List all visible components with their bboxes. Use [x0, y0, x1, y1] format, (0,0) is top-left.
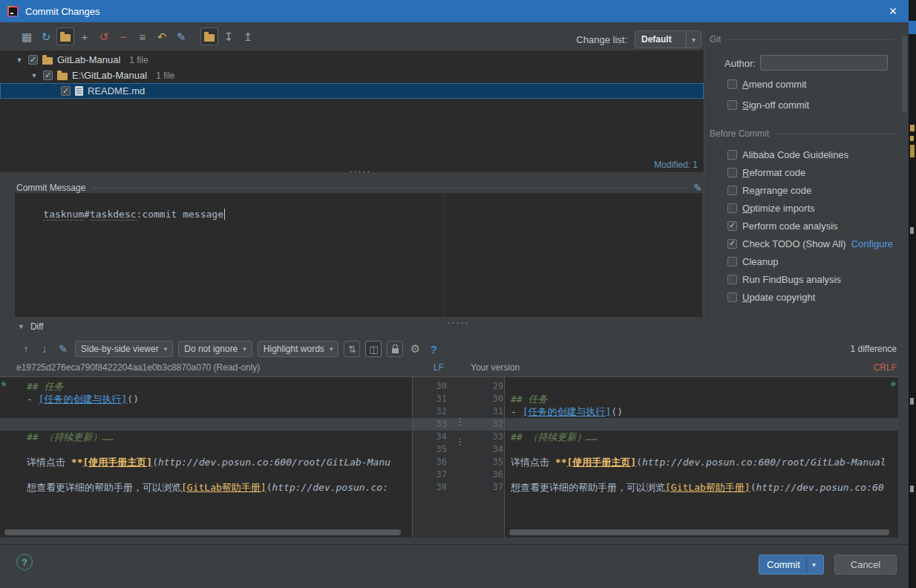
split-view-toggle[interactable]: ◫	[365, 341, 382, 357]
line-number: 37	[413, 468, 447, 481]
checkbox[interactable]: ✓	[43, 71, 53, 80]
option-optimize-imports[interactable]: Optimize imports	[727, 202, 815, 214]
fold-marker-icon[interactable]: ⋮	[455, 437, 465, 446]
diff-line: ## 任务	[511, 393, 547, 405]
option-label: Cleanup	[742, 256, 778, 267]
add-button[interactable]: +	[76, 27, 94, 45]
option-signoff-commit[interactable]: Sign-off commit	[727, 99, 809, 111]
chevron-down-icon[interactable]: ▾	[806, 555, 816, 574]
checkbox[interactable]	[727, 79, 737, 89]
option-amend-commit[interactable]: Amend commit	[727, 78, 807, 90]
configure-link[interactable]: Configure	[851, 238, 893, 249]
changelist-dropdown[interactable]: Default ▾	[635, 30, 701, 48]
expand-arrow-icon[interactable]: ▼	[15, 56, 24, 64]
diff-line: ()	[611, 406, 623, 417]
show-unversioned-files-button[interactable]	[56, 27, 74, 45]
checkbox[interactable]	[727, 203, 737, 213]
diff-toolbar: ↑ ↓ ✎ Side-by-side viewer ▾ Do not ignor…	[0, 339, 909, 359]
collapse-all-button[interactable]: ↥	[239, 27, 257, 45]
checkbox[interactable]	[727, 293, 737, 302]
splitter-handle[interactable]: ·····	[447, 319, 469, 325]
right-line-ending[interactable]: CRLF	[874, 362, 897, 373]
refresh-button[interactable]: ↻	[37, 27, 55, 45]
tree-row-file-selected[interactable]: ✓ README.md	[0, 83, 704, 99]
checkbox[interactable]	[727, 100, 737, 110]
option-perform-code-analysis[interactable]: ✓ Perform code analysis	[727, 220, 838, 232]
author-field[interactable]	[760, 55, 888, 71]
commit-button[interactable]: Commit ▾	[759, 555, 824, 575]
checkbox[interactable]: ✓	[28, 55, 38, 65]
commit-message-input[interactable]: tasknum#taskdesc:commit message	[15, 193, 702, 317]
edit-source-icon: ✎	[177, 31, 186, 42]
expand-arrow-icon[interactable]: ▼	[30, 72, 39, 79]
folder-icon	[42, 57, 53, 65]
commit-message-text: taskdesc	[90, 209, 137, 220]
edit-source-button[interactable]: ✎	[172, 27, 190, 45]
show-details-button[interactable]: ≡	[134, 27, 151, 45]
collapse-arrow-icon[interactable]: ▼	[18, 323, 24, 330]
help-button[interactable]: ?	[16, 554, 33, 570]
checkbox[interactable]	[727, 257, 737, 267]
cancel-button[interactable]: Cancel	[834, 555, 897, 575]
option-label: pdate copyright	[749, 292, 815, 303]
close-icon[interactable]: ×	[885, 4, 901, 18]
viewer-dropdown[interactable]: Side-by-side viewer ▾	[75, 341, 173, 357]
tree-row-directory[interactable]: ▼ ✓ E:\GitLab-Manual 1 file	[0, 68, 704, 83]
revert-button[interactable]: ↺	[95, 27, 113, 45]
next-difference-icon[interactable]: ↓	[38, 343, 51, 355]
delete-button[interactable]: −	[114, 27, 132, 45]
checkbox[interactable]	[727, 186, 737, 195]
message-history-icon[interactable]: ✎	[693, 182, 702, 194]
checkbox-checked[interactable]: ✓	[727, 239, 737, 249]
line-number: 37	[469, 481, 503, 494]
diff-line: -	[27, 393, 39, 405]
refresh-icon: ↻	[42, 31, 51, 42]
option-update-copyright[interactable]: Update copyright	[727, 291, 815, 303]
splitter-handle[interactable]: ·····	[349, 168, 371, 174]
group-by-directory-button[interactable]	[200, 27, 218, 45]
left-revision-title: e19725d276eca790f8422204aa1e0b3c8870a070…	[16, 362, 260, 373]
settings-gear-icon[interactable]: ⚙	[408, 342, 422, 356]
checkbox[interactable]	[727, 168, 737, 177]
git-section-header: Git	[710, 34, 894, 45]
option-check-todo[interactable]: ✓ Check TODO (Show All) Configure	[727, 238, 893, 249]
panel-scrollbar[interactable]	[902, 36, 907, 113]
diff-section-header[interactable]: ▼ Diff	[18, 321, 44, 332]
previous-difference-icon[interactable]: ↑	[19, 343, 33, 355]
tree-row-changelist[interactable]: ▼ ✓ GitLab-Manual 1 file	[0, 52, 704, 68]
show-diff-button[interactable]: ▦	[18, 27, 36, 45]
diff-link: [使用手册主页]	[566, 457, 636, 468]
dialog-titlebar[interactable]: Commit Changes ×	[0, 0, 909, 22]
tree-row-meta: 1 file	[129, 55, 148, 65]
before-commit-section-label: Before Commit	[710, 128, 769, 139]
disable-editing-toggle[interactable]	[387, 341, 403, 357]
help-icon[interactable]: ?	[427, 343, 440, 356]
checkbox[interactable]	[727, 150, 737, 160]
expand-all-button[interactable]: ↧	[220, 27, 238, 45]
highlight-policy-dropdown[interactable]: Highlight words ▾	[258, 341, 339, 357]
diff-line: http://dev.posun.co:600/root/GitLab-Manu…	[642, 457, 886, 468]
undo-button[interactable]: ↶	[153, 27, 171, 45]
option-run-findbugs[interactable]: Run FindBugs analysis	[727, 273, 841, 285]
ignore-policy-dropdown[interactable]: Do not ignore ▾	[178, 341, 252, 357]
git-section-label: Git	[710, 34, 721, 45]
option-rearrange-code[interactable]: Rearrange code	[727, 184, 811, 196]
checkbox-checked[interactable]: ✓	[727, 221, 737, 231]
checkbox[interactable]	[727, 275, 737, 284]
diff-right-pane[interactable]: « ## 任务 - [任务的创建与执行]() ## （持续更新）…… 详情点击 …	[505, 377, 898, 538]
horizontal-scrollbar[interactable]	[4, 529, 401, 535]
left-line-ending[interactable]: LF	[434, 362, 444, 373]
expand-all-icon: ↧	[224, 31, 234, 42]
edit-icon[interactable]: ✎	[56, 343, 70, 355]
horizontal-scrollbar[interactable]	[509, 529, 889, 535]
line-number: 35	[413, 443, 447, 456]
fold-marker-icon[interactable]: ⋮	[455, 416, 465, 426]
sync-scroll-toggle[interactable]: ⇅	[344, 341, 360, 357]
checkbox[interactable]: ✓	[61, 86, 71, 96]
commit-message-text: :commit message	[137, 209, 223, 220]
modified-count: Modified: 1	[654, 160, 698, 170]
option-reformat-code[interactable]: Reformat code	[727, 166, 805, 178]
option-alibaba-guidelines[interactable]: Alibaba Code Guidelines	[727, 148, 848, 160]
option-cleanup[interactable]: Cleanup	[727, 255, 778, 267]
diff-left-pane[interactable]: » ## 任务 - [任务的创建与执行]() ## （持续更新）…… 详情点击 …	[0, 377, 412, 538]
